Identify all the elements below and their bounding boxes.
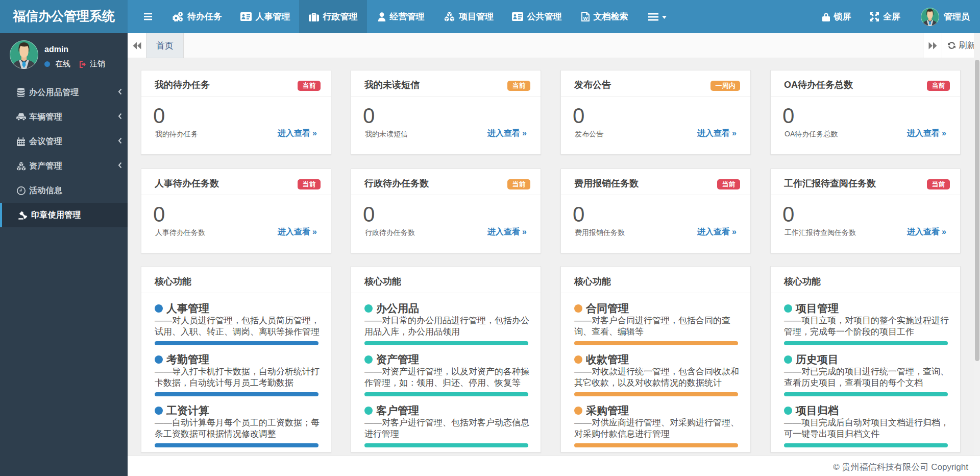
svg-text:W: W	[583, 15, 587, 21]
